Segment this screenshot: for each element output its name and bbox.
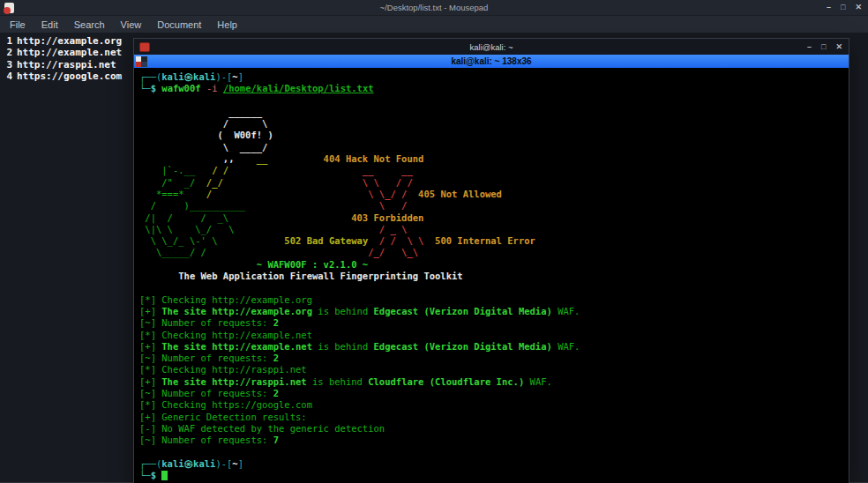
terminal-line: └─$ wafw00f -i /home/kali/Desktop/list.t… bbox=[139, 83, 849, 94]
terminal-line: [+] Generic Detection results: bbox=[139, 412, 849, 423]
line-number: 1 bbox=[4, 35, 12, 47]
terminal-line: \_____/ / /_/ \_\ bbox=[139, 247, 849, 258]
terminal-line: [*] Checking https://google.com bbox=[139, 399, 849, 411]
terminal-line: \ \_/_ \-' \ 502 Bad Gateway / / \ \ 500… bbox=[139, 235, 849, 247]
line-number: 4 bbox=[4, 71, 12, 82]
menu-item-search[interactable]: Search bbox=[66, 18, 113, 32]
line-number: 2 bbox=[4, 47, 12, 58]
mousepad-title: ~/Desktop/list.txt - Mousepad bbox=[0, 3, 868, 12]
terminal-line: The Web Application Firewall Fingerprint… bbox=[139, 271, 849, 282]
editor-line-text: https://google.com bbox=[17, 71, 122, 82]
menu-item-document[interactable]: Document bbox=[149, 18, 209, 32]
menu-item-help[interactable]: Help bbox=[209, 18, 245, 32]
editor-line-text: http://example.org bbox=[17, 35, 122, 47]
terminal-line: / )__________ \ / bbox=[139, 200, 849, 212]
terminal-line: \|\ \ \_/ \ / _ \ bbox=[139, 224, 849, 235]
terminal-line: ┌──(kali㉿kali)-[~] bbox=[139, 458, 849, 470]
terminal-window: kali@kali: ~ – □ ✕ kali@kali: ~ 138x36 ┌… bbox=[134, 39, 849, 483]
terminal-line: [*] Checking http://rasppi.net bbox=[139, 364, 849, 375]
terminal-tab-icon bbox=[136, 56, 147, 67]
terminal-line: [-] No WAF detected by the generic detec… bbox=[139, 423, 849, 435]
terminal-line: /| / / _\ 403 Forbidden bbox=[139, 212, 849, 224]
minimize-button[interactable]: – bbox=[807, 43, 812, 51]
terminal-tab-bar[interactable]: kali@kali: ~ 138x36 bbox=[134, 55, 849, 68]
mousepad-window-controls: – □ ✕ bbox=[827, 0, 862, 15]
terminal-line: [~] Number of requests: 2 bbox=[139, 353, 849, 364]
terminal-line bbox=[139, 95, 849, 107]
terminal-line: *===* / \ \_/ / 405 Not Allowed bbox=[139, 189, 849, 200]
terminal-line: \ ____/ bbox=[139, 142, 849, 153]
terminal-line: [+] The site http://example.org is behin… bbox=[139, 306, 849, 317]
terminal-line: ~ WAFW00F : v2.1.0 ~ bbox=[139, 259, 849, 271]
terminal-title: kali@kali: ~ bbox=[134, 42, 849, 52]
terminal-line: / \ bbox=[139, 118, 849, 130]
terminal-line: |`-.__ / / __ __ bbox=[139, 165, 849, 176]
editor-line-text: http://example.net bbox=[17, 47, 122, 58]
terminal-line: [*] Checking http://example.net bbox=[139, 330, 849, 341]
terminal-line bbox=[139, 282, 849, 294]
terminal-cursor bbox=[161, 471, 167, 480]
terminal-titlebar[interactable]: kali@kali: ~ – □ ✕ bbox=[134, 39, 849, 55]
close-button[interactable]: ✕ bbox=[855, 4, 862, 11]
maximize-button[interactable]: □ bbox=[841, 4, 845, 11]
editor-line-text: http://rasppi.net bbox=[17, 59, 116, 71]
mousepad-app-icon bbox=[4, 3, 14, 13]
close-button[interactable]: ✕ bbox=[835, 43, 842, 51]
terminal-tab-title: kali@kali: ~ 138x36 bbox=[134, 56, 849, 66]
terminal-line: [*] Checking http://example.org bbox=[139, 294, 849, 306]
terminal-line: [~] Number of requests: 7 bbox=[139, 435, 849, 446]
line-number: 3 bbox=[4, 59, 12, 71]
terminal-line: [~] Number of requests: 2 bbox=[139, 388, 849, 399]
menu-item-view[interactable]: View bbox=[113, 18, 150, 32]
minimize-button[interactable]: – bbox=[827, 4, 831, 11]
mousepad-menubar: FileEditSearchViewDocumentHelp bbox=[0, 16, 868, 33]
terminal-line: /" _/ /_/ \ \ / / bbox=[139, 177, 849, 189]
terminal-line: [+] The site http://example.net is behin… bbox=[139, 341, 849, 353]
terminal-line: ┌──(kali㉿kali)-[~] bbox=[139, 71, 849, 83]
maximize-button[interactable]: □ bbox=[821, 43, 826, 51]
terminal-screen[interactable]: ┌──(kali㉿kali)-[~]└─$ wafw00f -i /home/k… bbox=[134, 68, 849, 483]
terminal-line: ,, __ 404 Hack Not Found bbox=[139, 153, 849, 165]
menu-item-file[interactable]: File bbox=[2, 18, 34, 32]
terminal-line: ______ bbox=[139, 107, 849, 118]
mousepad-titlebar[interactable]: ~/Desktop/list.txt - Mousepad – □ ✕ bbox=[0, 0, 868, 16]
terminal-line: [~] Number of requests: 2 bbox=[139, 317, 849, 329]
terminal-line: [+] The site http://rasppi.net is behind… bbox=[139, 376, 849, 388]
menu-item-edit[interactable]: Edit bbox=[34, 18, 66, 32]
terminal-app-icon bbox=[139, 42, 150, 52]
terminal-line bbox=[139, 447, 849, 458]
terminal-line: ( W00f! ) bbox=[139, 130, 849, 141]
terminal-line: └─$ bbox=[139, 470, 849, 481]
terminal-window-controls: – □ ✕ bbox=[807, 39, 842, 55]
